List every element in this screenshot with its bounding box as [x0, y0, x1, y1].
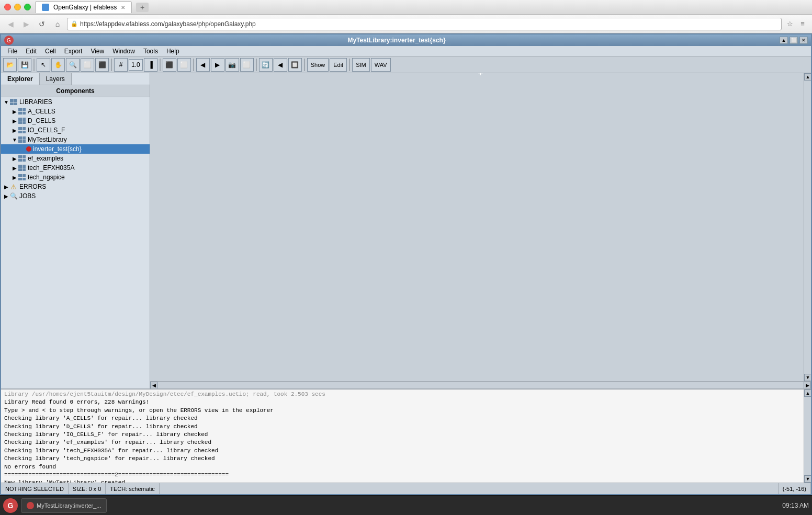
menu-export[interactable]: Export: [60, 47, 87, 56]
toolbar-pan-btn[interactable]: ✋: [51, 58, 65, 72]
toolbar-sep-6: [304, 59, 305, 71]
tree-item-mytestlibrary[interactable]: ▼ MyTestLibrary: [1, 135, 150, 144]
toolbar-sep-5: [256, 59, 257, 71]
tab-explorer[interactable]: Explorer: [1, 73, 40, 85]
toolbar-sim-btn[interactable]: SIM: [352, 58, 370, 72]
menu-file[interactable]: File: [3, 47, 21, 56]
tree-label-tech-efxh: tech_EFXH035A: [28, 164, 74, 171]
maximize-button[interactable]: [24, 4, 31, 10]
toolbar-sep-1: [33, 59, 35, 71]
toolbar-edit-btn[interactable]: Edit: [330, 58, 347, 72]
tree-item-acells[interactable]: ▶ A_CELLS: [1, 107, 150, 116]
toolbar-btn1[interactable]: ⬛: [163, 58, 176, 72]
tree-item-iocells[interactable]: ▶ IO_CELLS_F: [1, 125, 150, 135]
menu-cell[interactable]: Cell: [41, 47, 60, 56]
toolbar-open-btn[interactable]: 📂: [3, 58, 17, 72]
tree-item-tech-ng[interactable]: ▶ tech_ngspice: [1, 173, 150, 182]
grid-icon: [18, 174, 26, 181]
canvas-hscrollbar[interactable]: ◀ ▶: [150, 381, 811, 388]
tree-item-libraries[interactable]: ▼ LIBRARIES: [1, 97, 150, 107]
tab-layers[interactable]: Layers: [40, 73, 72, 85]
status-bar: NOTHING SELECTED SIZE: 0 x 0 TECH: schem…: [1, 483, 811, 494]
toolbar-box-btn[interactable]: ⬜: [81, 58, 94, 72]
expand-icon: ▶: [12, 175, 18, 180]
toolbar-camera-btn[interactable]: 📷: [225, 58, 239, 72]
vscroll-track[interactable]: [804, 81, 811, 374]
sidebar-header: Components: [1, 85, 150, 97]
log-line-2: Type > and < to step through warnings, o…: [4, 407, 800, 415]
log-line-5: Checking library 'IO_CELLS_F' for repair…: [4, 431, 800, 439]
menu-window[interactable]: Window: [108, 47, 139, 56]
log-line-0: Library /usr/homes/ejent5tauitm/design/M…: [4, 391, 800, 398]
tab-close-button[interactable]: ✕: [121, 5, 125, 10]
menu-edit[interactable]: Edit: [21, 47, 41, 56]
toolbar-arrow-right[interactable]: ▶: [211, 58, 224, 72]
toolbar-show-btn[interactable]: Show: [307, 58, 329, 72]
tree-item-errors[interactable]: ▶ ⚠ ERRORS: [1, 182, 150, 191]
back-button[interactable]: ◀: [4, 18, 17, 30]
logscroll-down-btn[interactable]: ▼: [804, 475, 811, 483]
tree-label-tech-ng: tech_ngspice: [28, 174, 65, 181]
toolbar-grid-btn[interactable]: #: [114, 58, 128, 72]
close-button[interactable]: [4, 4, 11, 10]
tree-item-inverter[interactable]: inverter_test{sch}: [1, 144, 150, 154]
hscroll-left-btn[interactable]: ◀: [150, 382, 157, 388]
hscroll-track[interactable]: [157, 382, 804, 388]
tree-item-tech-efxh[interactable]: ▶ tech_EFXH035A: [1, 163, 150, 173]
app-titlebar: G MyTestLibrary:inverter_test{sch} ▲ ⬜ ✕: [1, 35, 811, 46]
error-icon: ⚠: [9, 183, 18, 190]
toolbar-refresh-btn[interactable]: 🔄: [259, 58, 273, 72]
browser-navbar: ◀ ▶ ↺ ⌂ 🔒 https://efappdev.efabless.com/…: [0, 15, 812, 33]
app-close-button[interactable]: ✕: [799, 37, 808, 44]
tree-item-jobs[interactable]: ▶ 🔍 JOBS: [1, 191, 150, 201]
tree-label-errors: ERRORS: [19, 183, 46, 190]
address-bar[interactable]: 🔒 https://efappdev.efabless.com/galaxyba…: [67, 18, 782, 30]
bookmark-icon[interactable]: ☆: [785, 19, 795, 29]
grid-icon: [18, 127, 26, 134]
browser-tab[interactable]: OpenGalaxy | efabless ✕: [35, 1, 132, 13]
app-minimize-button[interactable]: ▲: [780, 37, 788, 44]
toolbar-back-btn[interactable]: ◀: [274, 58, 287, 72]
toolbar-ruler-btn[interactable]: ▐: [144, 58, 157, 72]
toolbar-btn2[interactable]: ⬜: [177, 58, 191, 72]
canvas-vscrollbar[interactable]: ▲ ▼: [804, 73, 811, 381]
minimize-button[interactable]: [14, 4, 21, 10]
menu-view[interactable]: View: [86, 47, 108, 56]
vscroll-down-btn[interactable]: ▼: [804, 374, 811, 381]
url-text: https://efappdev.efabless.com/galaxybase…: [80, 20, 778, 28]
tree-item-efexamples[interactable]: ▶ ef_examples: [1, 154, 150, 163]
menu-icon[interactable]: ≡: [797, 19, 808, 29]
menu-tools[interactable]: Tools: [139, 47, 162, 56]
tree-item-dcells[interactable]: ▶ D_CELLS: [1, 116, 150, 125]
app-restore-button[interactable]: ⬜: [790, 37, 798, 44]
toolbar-chip-btn[interactable]: 🔲: [288, 58, 302, 72]
vscroll-up-btn[interactable]: ▲: [804, 73, 811, 81]
home-button[interactable]: ⌂: [51, 18, 64, 30]
menu-help[interactable]: Help: [162, 47, 184, 56]
app-logo: G: [4, 36, 14, 45]
expand-icon: ▶: [3, 184, 9, 190]
toolbar-arrow-left[interactable]: ◀: [196, 58, 210, 72]
forward-button[interactable]: ▶: [20, 18, 32, 30]
toolbar-paint-btn[interactable]: ⬛: [95, 58, 109, 72]
log-line-6: Checking library 'ef_examples' for repai…: [4, 439, 800, 447]
app-window: G MyTestLibrary:inverter_test{sch} ▲ ⬜ ✕…: [0, 33, 812, 495]
expand-icon: ▶: [12, 165, 18, 171]
toolbar-select-btn[interactable]: ↖: [37, 58, 50, 72]
expand-icon: ▶: [12, 118, 18, 124]
log-line-4: Checking library 'D_CELLS' for repair...…: [4, 423, 800, 431]
toolbar-sep-3: [160, 59, 161, 71]
toolbar-save-btn[interactable]: 💾: [18, 58, 31, 72]
toolbar-zoom-btn[interactable]: 🔍: [66, 58, 80, 72]
new-tab-button[interactable]: +: [136, 3, 149, 12]
logscroll-up-btn[interactable]: ▲: [804, 390, 811, 397]
reload-button[interactable]: ↺: [36, 18, 48, 30]
hscroll-right-btn[interactable]: ▶: [804, 382, 811, 388]
taskbar-item-inverter[interactable]: MyTestLibrary:inverter_...: [21, 498, 107, 513]
toolbar-export-btn[interactable]: ⬜: [240, 58, 254, 72]
status-size: SIZE: 0 x 0: [69, 483, 106, 494]
app-window-title: MyTestLibrary:inverter_test{sch}: [14, 37, 780, 44]
log-vscrollbar[interactable]: ▲ ▼: [804, 390, 811, 483]
logscroll-track[interactable]: [804, 397, 811, 475]
toolbar-wav-btn[interactable]: WAV: [371, 58, 391, 72]
